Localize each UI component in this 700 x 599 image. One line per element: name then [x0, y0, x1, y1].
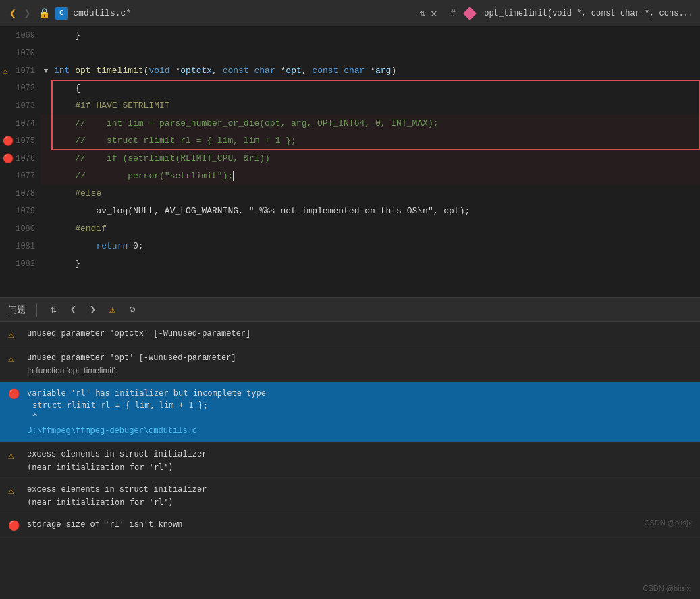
- line-number-1070: 1070: [0, 45, 41, 62]
- code-line-1075: 🔴 1075 // struct rlimit rl = { lim, lim …: [0, 132, 700, 150]
- code-line-1071: ⚠ 1071 ▼ int opt_timelimit(void *optctx,…: [0, 62, 700, 80]
- diamond-icon: [463, 7, 477, 20]
- line-number-1079: 1079: [0, 203, 41, 220]
- line-content-1080: #endif: [51, 220, 700, 238]
- line-content-1070: [51, 45, 700, 62]
- line-number-1073: 1073: [0, 97, 41, 115]
- up-down-icon[interactable]: ⇅: [419, 7, 425, 19]
- line-content-1078: #else: [51, 185, 700, 203]
- line-number-1082: 1082: [0, 255, 41, 273]
- toolbar-nav-back-icon[interactable]: ❮: [68, 302, 79, 317]
- line-number-1071: ⚠ 1071: [0, 62, 41, 80]
- toolbar-sort-icon[interactable]: ⇅: [48, 302, 59, 317]
- line-content-1081: return 0;: [51, 238, 700, 255]
- code-line-1074: 1074 // int lim = parse_number_or_die(op…: [0, 115, 700, 132]
- code-line-1076: 🔴 1076 // if (setrlimit(RLIMIT_CPU, &rl)…: [0, 150, 700, 167]
- problem-item-6[interactable]: 🔴 storage size of 'rl' isn't known CSDN …: [0, 513, 700, 538]
- warning-icon-p1: ⚠: [8, 329, 22, 340]
- problem-text-p4: excess elements in struct initializer: [27, 448, 692, 461]
- toolbar-warning-filter-icon[interactable]: ⚠: [107, 302, 118, 317]
- problem-item-1[interactable]: ⚠ unused parameter 'optctx' [-Wunused-pa…: [0, 322, 700, 346]
- code-line-1078: 1078 #else: [0, 185, 700, 203]
- problem-text-p6: storage size of 'rl' isn't known: [27, 519, 645, 531]
- line-content-1077: // perror("setrlimit");: [51, 167, 700, 185]
- code-line-1070: 1070: [0, 45, 700, 62]
- warning-icon-p5: ⚠: [8, 485, 22, 496]
- line-content-1076: // if (setrlimit(RLIMIT_CPU, &rl)): [51, 150, 700, 167]
- problem-text-p3: variable 'rl' has initializer but incomp…: [27, 387, 692, 437]
- code-editor: 1069 } 1070 ⚠ 1071 ▼ int opt_timelimit(v…: [0, 27, 700, 297]
- line-content-1073: #if HAVE_SETRLIMIT: [51, 97, 700, 115]
- error-icon-1075: 🔴: [3, 136, 14, 147]
- line-content-1082: }: [51, 255, 700, 273]
- lock-icon: 🔒: [38, 7, 50, 19]
- line-number-1081: 1081: [0, 238, 41, 255]
- line-content-1079: av_log(NULL, AV_LOG_WARNING, "-%%s not i…: [51, 203, 700, 220]
- code-line-1069: 1069 }: [0, 27, 700, 45]
- hash-separator: #: [451, 8, 456, 18]
- code-line-1079: 1079 av_log(NULL, AV_LOG_WARNING, "-%%s …: [0, 203, 700, 220]
- problems-panel: 问题 ⇅ ❮ ❯ ⚠ ⊘ ⚠ unused parameter 'optctx'…: [0, 297, 700, 599]
- line-number-1078: 1078: [0, 185, 41, 203]
- error-icon-p6: 🔴: [8, 520, 22, 531]
- code-line-1080: 1080 #endif: [0, 220, 700, 238]
- line-content-1069: }: [51, 27, 700, 45]
- title-bar: ❮ ❯ 🔒 C cmdutils.c* ⇅ ✕ # opt_timelimit(…: [0, 0, 700, 27]
- line-content-1074: // int lim = parse_number_or_die(opt, ar…: [51, 115, 700, 132]
- toolbar-filter-icon[interactable]: ⊘: [126, 302, 138, 317]
- toolbar-nav-forward-icon[interactable]: ❯: [87, 302, 99, 317]
- code-line-1073: 1073 #if HAVE_SETRLIMIT: [0, 97, 700, 115]
- warning-icon-p2: ⚠: [8, 353, 22, 365]
- problem-item-4[interactable]: ⚠ excess elements in struct initializer …: [0, 443, 700, 478]
- filename-label: cmdutils.c*: [73, 8, 131, 18]
- line-number-1069: 1069: [0, 27, 41, 45]
- line-content-1071: int opt_timelimit(void *optctx, const ch…: [51, 62, 700, 80]
- problem-item-5[interactable]: ⚠ excess elements in struct initializer …: [0, 478, 700, 513]
- csdn-watermark: CSDN @bitsjx: [643, 584, 691, 592]
- code-line-1081: 1081 return 0;: [0, 238, 700, 255]
- error-icon-p3: 🔴: [8, 388, 22, 400]
- line-number-1076: 🔴 1076: [0, 150, 41, 167]
- file-type-icon: C: [55, 7, 68, 20]
- code-line-1077: 1077 // perror("setrlimit");: [0, 167, 700, 185]
- problem-text-p1: unused parameter 'optctx' [-Wunused-para…: [27, 328, 692, 340]
- code-line-1072: 1072 {: [0, 80, 700, 97]
- warning-icon-1071: ⚠: [3, 66, 8, 76]
- error-icon-1076: 🔴: [3, 153, 14, 164]
- title-bar-right: ⇅ ✕ # opt_timelimit(void *, const char *…: [419, 7, 693, 20]
- problems-toolbar: 问题 ⇅ ❮ ❯ ⚠ ⊘: [0, 298, 700, 322]
- line-number-1080: 1080: [0, 220, 41, 238]
- line-number-1074: 1074: [0, 115, 41, 132]
- problems-title: 问题: [8, 304, 26, 316]
- line-number-1077: 1077: [0, 167, 41, 185]
- nav-forward-button[interactable]: ❯: [22, 5, 34, 22]
- watermark: CSDN @bitsjx: [645, 519, 692, 527]
- problem-text-p2: unused parameter 'opt' [-Wunused-paramet…: [27, 352, 692, 364]
- close-button[interactable]: ✕: [431, 7, 437, 20]
- nav-back-button[interactable]: ❮: [7, 5, 19, 22]
- line-number-1075: 🔴 1075: [0, 132, 41, 150]
- code-line-1082: 1082 }: [0, 255, 700, 273]
- warning-icon-p4: ⚠: [8, 450, 22, 461]
- problem-item-2[interactable]: ⚠ unused parameter 'opt' [-Wunused-param…: [0, 346, 700, 382]
- nav-buttons: ❮ ❯: [7, 5, 33, 22]
- breadcrumb-text: opt_timelimit(void *, const char *, cons…: [484, 9, 693, 18]
- problem-item-3[interactable]: 🔴 variable 'rl' has initializer but inco…: [0, 382, 700, 443]
- line-number-1072: 1072: [0, 80, 41, 97]
- line-content-1072: {: [51, 80, 700, 97]
- problem-text-p5: excess elements in struct initializer: [27, 484, 692, 496]
- toolbar-separator: [36, 303, 37, 317]
- problems-list: ⚠ unused parameter 'optctx' [-Wunused-pa…: [0, 322, 700, 599]
- line-content-1075: // struct rlimit rl = { lim, lim + 1 };: [51, 132, 700, 150]
